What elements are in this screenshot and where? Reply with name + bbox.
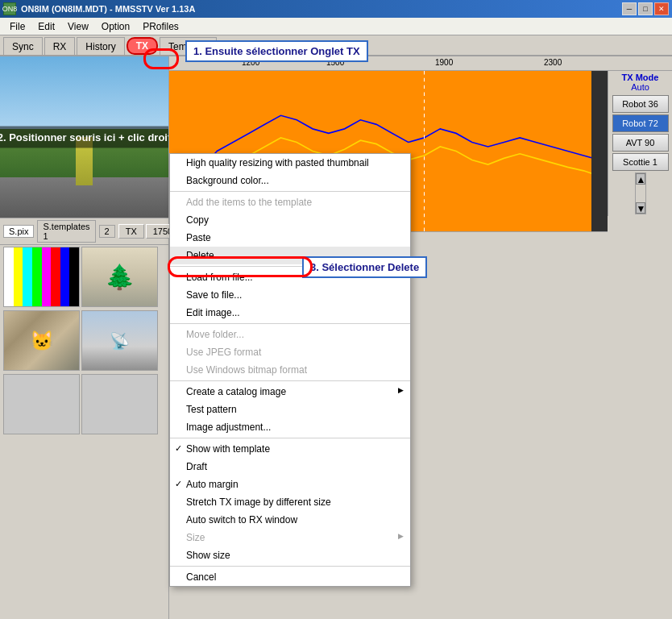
image-instruction-label: 2. Positionner souris ici + clic droit [0, 127, 168, 148]
sub-tab-spix[interactable]: S.pix [3, 225, 34, 238]
ctx-show-template[interactable]: Show with template [170, 440, 410, 458]
ctx-sep-3 [170, 323, 410, 324]
ctx-stretch-tx[interactable]: Stretch TX image by different size [170, 493, 410, 511]
ctx-background-color[interactable]: Background color... [170, 172, 410, 189]
ctx-edit-image[interactable]: Edit image... [170, 304, 410, 322]
menu-profiles[interactable]: PRofiles [136, 19, 185, 34]
menu-option[interactable]: Option [95, 19, 136, 34]
ctx-sep-1 [170, 191, 410, 192]
ctx-sep-4 [170, 380, 410, 381]
ctx-auto-switch[interactable]: Auto switch to RX window [170, 511, 410, 529]
ctx-draft[interactable]: Draft [170, 458, 410, 476]
ctx-use-bitmap: Use Windows bitmap format [170, 361, 410, 379]
tx-mode-auto: Auto [631, 82, 649, 92]
title-controls: ─ □ ✕ [622, 2, 669, 15]
thumbnail-empty-1 [3, 374, 80, 434]
tx-mode-scottie[interactable]: Scottie 1 [612, 153, 669, 171]
menu-edit[interactable]: Edit [31, 19, 61, 34]
sub-tab-num[interactable]: 2 [99, 225, 115, 238]
app-icon: ON8 [3, 2, 16, 15]
ruler-mark-1900: 1900 [435, 58, 453, 67]
context-menu: High quality resizing with pasted thumbn… [169, 153, 411, 587]
menu-bar: File Edit View Option PRofiles [0, 18, 672, 35]
ctx-create-catalog[interactable]: Create a catalog image [170, 383, 410, 401]
thumbnail-antenna[interactable]: 📡 [81, 310, 158, 371]
ctx-use-jpeg: Use JPEG format [170, 343, 410, 361]
thumbnail-row-3 [0, 372, 168, 436]
sub-tab-bar: S.pix S.templates 1 2 TX 1750 CW RBC [0, 218, 168, 245]
app-title: ON8IM (ON8IM.MDT) - MMSSTV Ver 1.13A [21, 4, 195, 14]
thumbnail-cat[interactable]: 🐱 [3, 310, 80, 371]
mode-scrollbar[interactable]: ▲ ▼ [635, 172, 646, 214]
thumbnail-row-2: 🐱 📡 [0, 309, 168, 372]
tx-mode-robot72[interactable]: Robot 72 [612, 114, 669, 132]
ctx-size: Size [170, 529, 410, 546]
ctx-auto-margin[interactable]: Auto margin [170, 476, 410, 493]
ctx-high-quality[interactable]: High quality resizing with pasted thumbn… [170, 154, 410, 172]
tab-history[interactable]: History [77, 37, 124, 55]
ruler-mark-2300: 2300 [544, 58, 562, 67]
tab-sync[interactable]: Sync [3, 37, 43, 55]
title-bar-left: ON8 ON8IM (ON8IM.MDT) - MMSSTV Ver 1.13A [3, 2, 195, 15]
left-panel: 2. Positionner souris ici + clic droit S… [0, 56, 169, 619]
ctx-image-adjustment[interactable]: Image adjustment... [170, 418, 410, 436]
tab-tx[interactable]: TX [127, 37, 158, 55]
image-preview[interactable]: 2. Positionner souris ici + clic droit [0, 56, 168, 218]
ctx-add-items: Add the items to the template [170, 193, 410, 211]
annotation-step3: 3. Sélectionner Delete [302, 256, 427, 278]
tx-mode-avt90[interactable]: AVT 90 [612, 134, 669, 152]
ctx-paste[interactable]: Paste [170, 229, 410, 247]
thumbnail-tree[interactable]: 🌲 [81, 247, 158, 307]
minimize-button[interactable]: ─ [622, 2, 637, 15]
ctx-move-folder: Move folder... [170, 326, 410, 343]
ctx-sep-6 [170, 566, 410, 567]
title-bar: ON8 ON8IM (ON8IM.MDT) - MMSSTV Ver 1.13A… [0, 0, 672, 18]
ctx-save-file[interactable]: Save to file... [170, 286, 410, 304]
menu-file[interactable]: File [3, 19, 31, 34]
menu-view[interactable]: View [61, 19, 95, 34]
tab-rx[interactable]: RX [44, 37, 76, 55]
annotation-step1: 1. Ensuite sélectionner Onglet TX [185, 40, 368, 62]
ctx-cancel[interactable]: Cancel [170, 568, 410, 586]
sub-tab-stemplates[interactable]: S.templates 1 [37, 220, 95, 243]
thumbnail-colorbars[interactable] [3, 247, 80, 307]
maximize-button[interactable]: □ [638, 2, 653, 15]
tx-mode-robot36[interactable]: Robot 36 [612, 95, 669, 113]
ctx-sep-5 [170, 438, 410, 438]
close-button[interactable]: ✕ [654, 2, 669, 15]
tx-mode-panel: TX Mode Auto Robot 36 Robot 72 AVT 90 Sc… [608, 71, 672, 216]
ctx-test-pattern[interactable]: Test pattern [170, 401, 410, 418]
thumbnail-empty-2 [81, 374, 158, 434]
tx-mode-title: TX Mode [622, 73, 659, 82]
tx-small-btn[interactable]: TX [118, 224, 144, 239]
ctx-copy[interactable]: Copy [170, 211, 410, 229]
thumbnail-row-1: 🌲 [0, 245, 168, 309]
ctx-show-size[interactable]: Show size [170, 546, 410, 564]
